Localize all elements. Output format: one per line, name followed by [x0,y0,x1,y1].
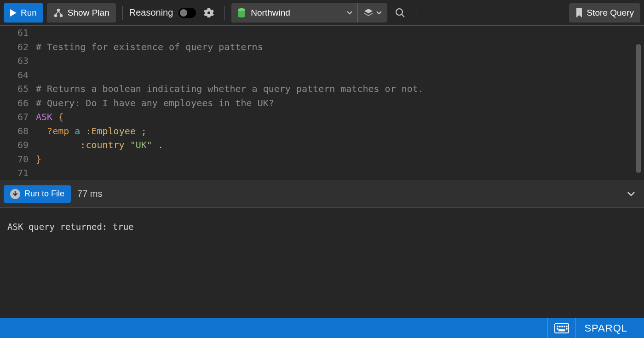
bookmark-icon [575,8,583,17]
status-corner [636,318,644,338]
database-selector: Northwind [231,3,387,23]
run-to-file-label: Run to File [24,189,64,199]
settings-button[interactable] [200,4,218,22]
svg-point-1 [54,14,57,17]
line-number: 68 [0,124,29,138]
svg-point-13 [566,326,567,327]
run-button[interactable]: Run [4,3,43,23]
line-number: 61 [0,26,29,40]
toolbar: Run Show Plan Reasoning N [0,0,644,26]
scrollbar-thumb[interactable] [636,44,641,173]
code-line[interactable]: # Query: Do I have any employees in the … [36,96,424,110]
svg-point-9 [557,326,558,327]
line-number: 70 [0,152,29,166]
code-line[interactable] [36,68,424,82]
line-number: 67 [0,110,29,124]
code-line[interactable]: ?emp a :Employee ; [36,124,424,138]
search-icon [395,8,405,18]
svg-point-12 [564,326,565,327]
database-dropdown-caret[interactable] [342,3,358,23]
code-line[interactable]: # Testing for existence of query pattern… [36,40,424,54]
svg-point-14 [557,328,558,329]
line-number-gutter: 6162636465666768697071 [0,26,36,180]
run-to-file-button[interactable]: Run to File [4,185,71,203]
svg-point-2 [60,14,62,17]
run-label: Run [21,8,37,18]
separator [122,6,123,20]
separator [224,6,225,20]
database-select-main[interactable]: Northwind [231,3,342,23]
line-number: 66 [0,96,29,110]
play-icon [10,9,17,17]
line-number: 69 [0,138,29,152]
svg-rect-16 [559,330,564,331]
show-plan-label: Show Plan [68,8,109,18]
download-icon [10,189,20,199]
chevron-down-icon [627,191,635,197]
chevron-down-icon [376,11,382,15]
svg-point-6 [396,9,402,15]
keyboard-icon [554,323,569,333]
svg-point-11 [562,326,563,327]
code-line[interactable] [36,166,424,180]
svg-point-5 [238,8,245,11]
editor-scrollbar[interactable] [636,26,642,180]
language-label: SPARQL [584,322,627,334]
layers-icon [363,8,374,18]
results-panel: ASK query returned: true [0,208,644,318]
svg-point-3 [207,11,210,14]
reasoning-group: Reasoning [129,7,196,18]
code-line[interactable] [36,26,424,40]
code-line[interactable]: # Returns a boolean indicating whether a… [36,82,424,96]
svg-point-0 [57,9,59,11]
chevron-down-icon [347,11,352,15]
search-button[interactable] [391,4,409,22]
reasoning-toggle[interactable] [178,8,196,18]
layers-dropdown[interactable] [358,3,387,23]
keyboard-button[interactable] [547,318,575,338]
store-query-button[interactable]: Store Query [569,3,640,23]
show-plan-button[interactable]: Show Plan [47,3,116,23]
line-number: 65 [0,82,29,96]
status-bar: SPARQL [0,318,644,338]
code-content[interactable]: # Testing for existence of query pattern… [36,26,424,180]
language-indicator[interactable]: SPARQL [575,318,636,338]
database-icon [237,8,246,18]
code-line[interactable]: :country "UK" . [36,138,424,152]
code-line[interactable] [36,54,424,68]
results-toolbar: Run to File 77 ms [0,180,644,208]
code-line[interactable]: } [36,152,424,166]
reasoning-label: Reasoning [129,7,173,18]
code-editor[interactable]: 6162636465666768697071 # Testing for exi… [0,26,644,180]
code-line[interactable]: ASK { [36,110,424,124]
store-query-label: Store Query [587,8,634,18]
database-name: Northwind [251,8,290,18]
line-number: 71 [0,166,29,180]
plan-icon [53,8,63,18]
gear-icon [203,7,214,18]
result-text: ASK query returned: true [7,222,637,232]
separator [416,6,416,20]
line-number: 62 [0,40,29,54]
svg-point-15 [566,328,567,329]
line-number: 64 [0,68,29,82]
line-number: 63 [0,54,29,68]
execution-time: 77 ms [77,189,102,199]
svg-point-10 [559,326,560,327]
collapse-results-button[interactable] [622,185,640,203]
